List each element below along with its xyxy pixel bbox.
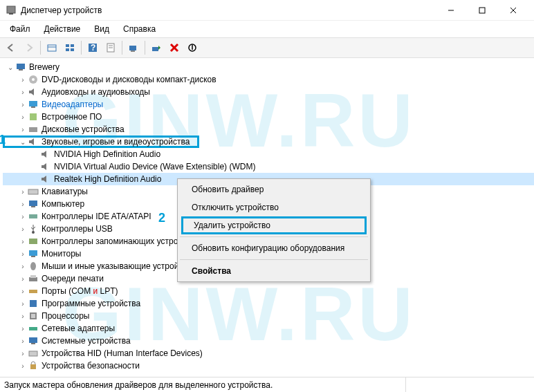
- ide-icon: [28, 211, 39, 222]
- disable-button[interactable]: [184, 39, 201, 56]
- tree-label[interactable]: NVIDIA Virtual Audio Device (Wave Extens…: [54, 162, 255, 171]
- tree-label[interactable]: Клавиатуры: [42, 187, 88, 196]
- tree-label[interactable]: Программные устройства: [42, 299, 140, 308]
- chevron-right-icon[interactable]: ›: [18, 312, 28, 320]
- svg-point-26: [32, 78, 35, 81]
- tree-label[interactable]: Мониторы: [42, 249, 81, 259]
- svg-rect-10: [66, 48, 69, 51]
- menu-action[interactable]: Действие: [39, 22, 86, 36]
- annotation-1: 1: [0, 133, 6, 147]
- computer-icon: [15, 62, 26, 73]
- tree-label[interactable]: Realtek High Definition Audio: [54, 174, 161, 184]
- tree-label[interactable]: Мыши и иные указывающие устройства: [42, 261, 196, 271]
- chevron-right-icon[interactable]: ›: [18, 250, 28, 258]
- scan-button[interactable]: [125, 39, 142, 56]
- ctx-disable-device[interactable]: Отключить устройство: [179, 198, 369, 216]
- tree-label[interactable]: Аудиовходы и аудиовыходы: [42, 87, 150, 97]
- properties-button[interactable]: [102, 39, 119, 56]
- uninstall-button[interactable]: [166, 39, 183, 56]
- svg-rect-3: [479, 8, 485, 13]
- usb-icon: [28, 223, 39, 234]
- minimize-button[interactable]: [435, 1, 466, 20]
- tree-label[interactable]: Очереди печати: [42, 274, 104, 283]
- chevron-right-icon[interactable]: ›: [18, 225, 28, 233]
- tree-label[interactable]: Сетевые адаптеры: [42, 324, 115, 333]
- maximize-button[interactable]: [466, 1, 497, 20]
- speaker-icon: [28, 136, 39, 147]
- show-hidden-button[interactable]: [44, 39, 60, 56]
- help-button[interactable]: ?: [84, 39, 101, 56]
- svg-rect-49: [29, 351, 37, 356]
- tree-label[interactable]: DVD-дисководы и дисководы компакт-дисков: [42, 75, 217, 84]
- chevron-right-icon[interactable]: ›: [18, 350, 28, 357]
- svg-rect-29: [30, 113, 37, 120]
- chevron-right-icon[interactable]: ›: [18, 76, 28, 84]
- chevron-right-icon[interactable]: ›: [18, 126, 28, 133]
- chevron-right-icon[interactable]: ›: [18, 275, 28, 283]
- tree-label[interactable]: Порты (COM и LPT): [42, 286, 118, 296]
- chevron-right-icon[interactable]: ›: [18, 113, 28, 121]
- menu-view[interactable]: Вид: [89, 22, 115, 36]
- svg-rect-50: [30, 364, 36, 369]
- tree-label[interactable]: Звуковые, игровые и видеоустройства: [42, 137, 190, 147]
- tree-root[interactable]: ⌄ Brewery: [3, 61, 534, 73]
- chevron-right-icon[interactable]: ›: [18, 101, 28, 109]
- menu-help[interactable]: Справка: [118, 22, 161, 36]
- chevron-right-icon[interactable]: ›: [18, 88, 28, 96]
- tree-item: ›Программные устройства: [3, 297, 534, 310]
- printer-icon: [28, 273, 39, 284]
- tree-label[interactable]: Процессоры: [42, 311, 90, 321]
- window-title: Диспетчер устройств: [21, 6, 435, 15]
- tree-label[interactable]: Видеоадаптеры: [42, 100, 103, 109]
- tree-label[interactable]: Контроллеры IDE ATA/ATAPI: [42, 212, 151, 221]
- tree-item: NVIDIA High Definition Audio: [3, 148, 534, 160]
- chevron-right-icon[interactable]: ›: [18, 337, 28, 345]
- chevron-right-icon[interactable]: ›: [18, 263, 28, 270]
- svg-rect-19: [152, 47, 158, 51]
- disc-icon: [28, 74, 39, 85]
- svg-rect-45: [31, 314, 35, 318]
- chevron-right-icon[interactable]: ›: [18, 288, 28, 295]
- speaker-icon: [28, 86, 39, 97]
- chevron-right-icon[interactable]: ›: [18, 200, 28, 208]
- storage-icon: [28, 236, 39, 247]
- chevron-right-icon[interactable]: ›: [18, 238, 28, 245]
- chevron-down-icon[interactable]: ⌄: [6, 64, 15, 71]
- update-driver-button[interactable]: [148, 39, 165, 56]
- tree-label[interactable]: Устройства HID (Human Interface Devices): [42, 348, 203, 358]
- close-button[interactable]: [497, 1, 528, 20]
- tree-item: NVIDIA Virtual Audio Device (Wave Extens…: [3, 160, 534, 173]
- tree-label[interactable]: Контроллеры USB: [42, 224, 113, 234]
- ctx-delete-device[interactable]: Удалить устройство: [181, 216, 367, 234]
- menu-file[interactable]: Файл: [4, 22, 36, 36]
- ctx-properties[interactable]: Свойства: [179, 262, 369, 280]
- tree-item: ›Дисковые устройства: [3, 123, 534, 136]
- tree-label[interactable]: NVIDIA High Definition Audio: [54, 149, 160, 159]
- chevron-right-icon[interactable]: ›: [18, 325, 28, 333]
- view-button[interactable]: [62, 39, 78, 56]
- speaker-icon: [40, 174, 51, 185]
- ctx-update-driver[interactable]: Обновить драйвер: [179, 180, 369, 198]
- back-button[interactable]: [3, 39, 19, 56]
- ctx-rescan-hardware[interactable]: Обновить конфигурацию оборудования: [179, 239, 369, 257]
- svg-rect-17: [129, 46, 136, 50]
- chevron-right-icon[interactable]: ›: [18, 213, 28, 221]
- tree-label[interactable]: Дисковые устройства: [42, 124, 125, 134]
- forward-button[interactable]: [21, 39, 37, 56]
- annotation-2: 2: [158, 211, 165, 225]
- system-icon: [28, 335, 39, 346]
- tree-label[interactable]: Системные устройства: [42, 336, 131, 346]
- chevron-right-icon[interactable]: ›: [18, 362, 28, 370]
- status-text: Запуск мастера обновления драйверов для …: [4, 380, 273, 390]
- chevron-right-icon[interactable]: ›: [18, 188, 28, 196]
- tree-label[interactable]: Устройства безопасности: [42, 361, 140, 371]
- tree-label[interactable]: Контроллеры запоминающих устройств: [42, 236, 195, 246]
- chevron-down-icon[interactable]: ⌄: [18, 138, 28, 146]
- app-icon: [6, 5, 17, 16]
- tree-label[interactable]: Компьютер: [42, 199, 84, 209]
- svg-rect-34: [29, 214, 37, 218]
- chevron-right-icon[interactable]: ›: [18, 300, 28, 308]
- separator: [180, 259, 368, 260]
- tree-label[interactable]: Встроенное ПО: [42, 112, 102, 122]
- port-icon: [28, 286, 39, 297]
